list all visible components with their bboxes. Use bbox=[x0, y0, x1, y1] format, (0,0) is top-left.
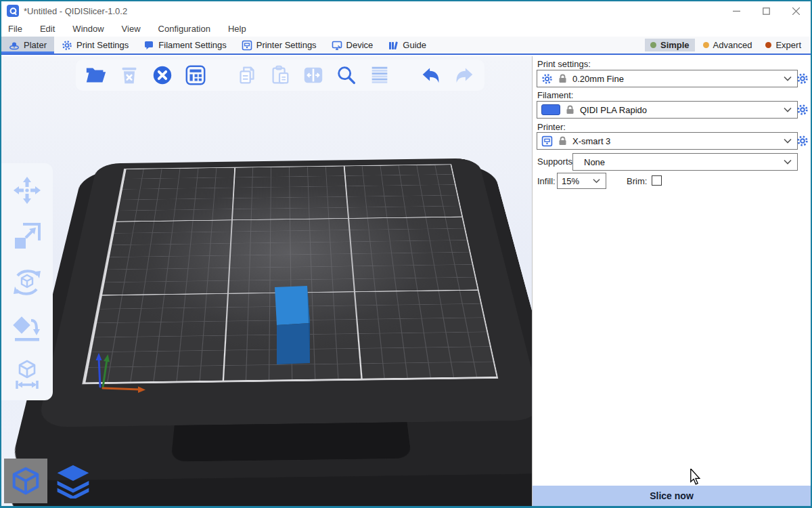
rotate-tool-icon bbox=[11, 266, 43, 299]
transform-toolbar bbox=[1, 163, 53, 400]
tab-printer-settings[interactable]: Printer Settings bbox=[234, 37, 324, 54]
preview-layers-icon bbox=[54, 463, 92, 499]
move-tool-button[interactable] bbox=[11, 174, 43, 207]
infill-label: Infill: bbox=[537, 176, 556, 186]
gear-icon bbox=[796, 135, 809, 147]
printer-value: X-smart 3 bbox=[572, 136, 778, 146]
undo-icon bbox=[420, 64, 443, 87]
redo-button[interactable] bbox=[452, 63, 476, 87]
monitor-icon bbox=[332, 40, 342, 51]
app-window: *Untitled - QIDISlicer-1.0.2 File Edit W… bbox=[0, 0, 812, 508]
maximize-button[interactable] bbox=[751, 1, 781, 20]
search-icon bbox=[335, 64, 358, 87]
supports-label: Supports: bbox=[537, 156, 575, 167]
scale-tool-button[interactable] bbox=[11, 220, 43, 253]
printer-gear-button[interactable] bbox=[796, 134, 809, 148]
delete-button[interactable] bbox=[117, 63, 141, 87]
plater-icon bbox=[9, 40, 20, 51]
preview-layers-button[interactable] bbox=[51, 459, 95, 503]
place-on-face-tool-button[interactable] bbox=[11, 312, 43, 345]
mode-switcher: Simple Advanced Expert bbox=[645, 37, 807, 54]
slice-now-button[interactable]: Slice now bbox=[533, 486, 811, 506]
menu-file[interactable]: File bbox=[8, 24, 22, 34]
layers-list-button[interactable] bbox=[367, 63, 392, 87]
place-on-face-tool-icon bbox=[11, 312, 43, 345]
infill-combo[interactable]: 15% bbox=[557, 173, 606, 189]
editor-3d-view-button[interactable] bbox=[4, 459, 47, 503]
filament-label: Filament: bbox=[537, 90, 573, 100]
app-logo-icon bbox=[7, 5, 19, 17]
menu-bar: File Edit Window View Configuration Help bbox=[1, 20, 811, 37]
arrange-icon bbox=[184, 64, 207, 87]
supports-combo[interactable]: None bbox=[572, 153, 798, 171]
window-title: *Untitled - QIDISlicer-1.0.2 bbox=[24, 6, 127, 16]
rotate-tool-button[interactable] bbox=[11, 266, 43, 299]
open-folder-button[interactable] bbox=[84, 63, 108, 87]
lock-icon bbox=[558, 74, 567, 83]
search-button[interactable] bbox=[334, 63, 359, 87]
minimize-button[interactable] bbox=[721, 1, 751, 20]
chevron-down-icon bbox=[593, 178, 600, 184]
paste-button[interactable] bbox=[268, 63, 292, 87]
brim-label: Brim: bbox=[627, 176, 647, 186]
tab-filament-settings[interactable]: Filament Settings bbox=[136, 37, 233, 54]
close-button[interactable] bbox=[781, 1, 811, 20]
bed-grid-surface bbox=[82, 164, 498, 384]
menu-edit[interactable]: Edit bbox=[40, 24, 55, 34]
print-settings-combo[interactable]: 0.20mm Fine bbox=[537, 70, 798, 87]
filament-value: QIDI PLA Rapido bbox=[580, 105, 778, 115]
settings-panel: Print settings: 0.20mm Fine Filament: QI… bbox=[532, 56, 811, 506]
copy-button[interactable] bbox=[235, 63, 259, 87]
delete-icon bbox=[118, 64, 141, 87]
filament-icon bbox=[143, 40, 154, 51]
expert-dot-icon bbox=[765, 42, 771, 48]
undo-button[interactable] bbox=[419, 63, 443, 87]
mode-advanced[interactable]: Advanced bbox=[698, 39, 758, 51]
menu-help[interactable]: Help bbox=[228, 24, 246, 34]
advanced-dot-icon bbox=[703, 42, 709, 48]
move-tool-icon bbox=[11, 174, 43, 207]
delete-all-button[interactable] bbox=[150, 63, 175, 87]
mode-label: Advanced bbox=[713, 40, 752, 50]
tab-label: Printer Settings bbox=[256, 40, 317, 50]
filament-color-swatch bbox=[541, 104, 560, 115]
brim-checkbox[interactable] bbox=[652, 175, 662, 186]
tab-label: Device bbox=[346, 40, 374, 50]
tab-guide[interactable]: Guide bbox=[380, 37, 434, 54]
tab-device[interactable]: Device bbox=[324, 37, 381, 54]
arrange-button[interactable] bbox=[183, 63, 208, 87]
tab-plater[interactable]: Plater bbox=[1, 37, 54, 54]
redo-icon bbox=[453, 64, 476, 87]
print-settings-label: Print settings: bbox=[537, 59, 591, 69]
printer-combo[interactable]: X-smart 3 bbox=[537, 132, 798, 150]
chevron-down-icon bbox=[784, 107, 792, 112]
mode-simple[interactable]: Simple bbox=[645, 39, 695, 51]
view-switcher bbox=[4, 459, 95, 503]
filament-combo[interactable]: QIDI PLA Rapido bbox=[537, 101, 798, 119]
open-folder-icon bbox=[85, 64, 108, 87]
gear-icon bbox=[62, 40, 72, 51]
supports-value: None bbox=[577, 157, 778, 167]
menu-window[interactable]: Window bbox=[72, 24, 104, 34]
infill-value: 15% bbox=[562, 176, 587, 186]
tab-label: Filament Settings bbox=[158, 40, 226, 50]
gear-icon bbox=[796, 72, 809, 85]
filament-gear-button[interactable] bbox=[796, 103, 809, 117]
simple-dot-icon bbox=[650, 42, 656, 48]
menu-view[interactable]: View bbox=[122, 24, 141, 34]
viewport-3d[interactable] bbox=[1, 56, 532, 506]
lock-icon bbox=[558, 136, 567, 146]
paste-icon bbox=[269, 64, 292, 87]
menu-configuration[interactable]: Configuration bbox=[158, 24, 210, 34]
gear-icon bbox=[541, 73, 553, 85]
tab-label: Print Settings bbox=[76, 40, 129, 50]
editor-3d-view-icon bbox=[10, 465, 41, 496]
measure-tool-button[interactable] bbox=[11, 358, 43, 391]
chevron-down-icon bbox=[784, 138, 792, 144]
split-objects-button[interactable] bbox=[301, 63, 325, 87]
chevron-down-icon bbox=[784, 76, 792, 81]
tab-print-settings[interactable]: Print Settings bbox=[54, 37, 136, 54]
print-settings-gear-button[interactable] bbox=[796, 72, 809, 85]
tab-label: Guide bbox=[403, 40, 426, 50]
mode-expert[interactable]: Expert bbox=[760, 39, 807, 51]
